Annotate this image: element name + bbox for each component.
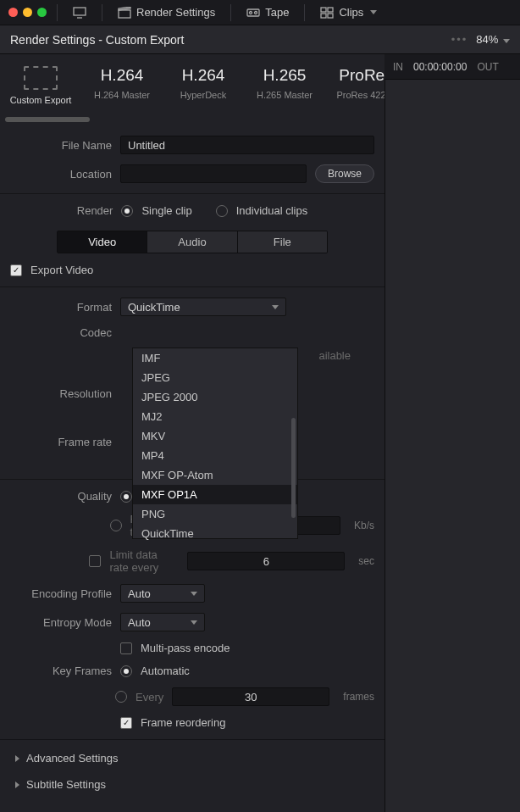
limit-rate-checkbox[interactable] <box>89 555 101 567</box>
individual-clips-radio[interactable] <box>216 205 228 217</box>
timecode-value[interactable]: 00:00:00:00 <box>413 61 467 73</box>
render-settings-button[interactable]: Render Settings <box>113 6 220 19</box>
in-label: IN <box>393 61 403 73</box>
preset-label: HyperDeck <box>180 90 226 100</box>
right-pane <box>384 80 520 812</box>
format-label: Format <box>10 301 112 314</box>
clips-icon <box>320 7 334 19</box>
single-clip-radio[interactable] <box>121 205 133 217</box>
preset-h265-master[interactable]: H.265 H.265 Master <box>244 66 325 105</box>
svg-rect-8 <box>321 14 326 18</box>
keyframes-auto-radio[interactable] <box>120 665 132 677</box>
format-option[interactable]: PNG <box>133 504 297 524</box>
preset-scrollbar[interactable] <box>5 117 90 122</box>
minimize-window-icon[interactable] <box>23 8 32 17</box>
divider <box>0 193 384 194</box>
quality-restrict-radio[interactable] <box>110 520 122 531</box>
preset-big: H.264 <box>101 66 144 85</box>
location-input[interactable] <box>120 164 307 183</box>
format-option[interactable]: MJ2 <box>133 407 297 426</box>
tape-button[interactable]: Tape <box>241 6 294 19</box>
divider <box>304 4 305 21</box>
panel-menu-button[interactable]: ••• <box>451 33 468 46</box>
monitor-icon <box>73 7 86 19</box>
settings-tabs: Video Audio File <box>57 231 328 253</box>
format-value: QuickTime <box>128 301 180 314</box>
frame-reorder-checkbox[interactable] <box>120 717 132 729</box>
filename-row: File Name <box>0 131 384 159</box>
subtitle-settings-section[interactable]: Subtitle Settings <box>0 771 384 798</box>
chevron-down-icon <box>503 39 510 43</box>
filename-input[interactable] <box>120 136 374 154</box>
codec-hint: ailable <box>318 349 351 362</box>
svg-rect-9 <box>328 14 333 18</box>
format-option[interactable]: MXF OP1A <box>133 485 297 504</box>
divider <box>0 286 384 287</box>
entropy-mode-select[interactable]: Auto <box>120 613 205 631</box>
divider <box>57 4 58 21</box>
preset-h264-master[interactable]: H.264 H.264 Master <box>81 66 163 105</box>
keyframes-every-label: Every <box>136 691 163 704</box>
subtitle-settings-label: Subtitle Settings <box>26 778 106 791</box>
maximize-window-icon[interactable] <box>37 8 47 17</box>
close-window-icon[interactable] <box>8 8 18 17</box>
preset-custom-export[interactable]: Custom Export <box>0 66 81 105</box>
preset-label: Custom Export <box>10 95 72 105</box>
tape-icon <box>246 7 260 19</box>
out-label: OUT <box>477 61 498 73</box>
tab-file[interactable]: File <box>237 231 327 253</box>
quality-auto-radio[interactable] <box>120 491 132 503</box>
format-option[interactable]: MXF OP-Atom <box>133 465 297 485</box>
multipass-row: Multi-pass encode <box>0 637 384 659</box>
codec-label: Codec <box>10 326 112 339</box>
keyframes-every-unit: frames <box>343 691 374 703</box>
limit-rate-label: Limit data rate every <box>109 548 179 574</box>
render-mode-row: Render Single clip Individual clips <box>0 199 384 222</box>
svg-rect-2 <box>119 10 130 18</box>
single-clip-label: Single clip <box>141 204 191 217</box>
format-dropdown[interactable]: IMFJPEGJPEG 2000MJ2MKVMP4MXF OP-AtomMXF … <box>132 348 298 539</box>
preset-hyperdeck[interactable]: H.264 HyperDeck <box>163 66 244 105</box>
tape-label: Tape <box>265 6 289 19</box>
preset-big: ProRes <box>339 66 384 85</box>
divider <box>0 739 384 740</box>
advanced-settings-section[interactable]: Advanced Settings <box>0 745 384 771</box>
divider <box>230 4 231 21</box>
tab-audio[interactable]: Audio <box>147 231 236 253</box>
frame-reorder-row: Frame reordering <box>0 711 384 734</box>
codec-row: Codec <box>0 321 384 344</box>
chevron-down-icon <box>191 592 197 596</box>
render-label: Render <box>77 204 113 217</box>
export-video-label: Export Video <box>30 264 93 276</box>
browse-button[interactable]: Browse <box>315 164 374 183</box>
framerate-label: Frame rate <box>10 436 112 448</box>
encoding-profile-select[interactable]: Auto <box>120 584 205 603</box>
keyframes-every-input[interactable] <box>172 687 329 706</box>
zoom-value[interactable]: 84% <box>476 33 510 46</box>
format-option[interactable]: JPEG <box>133 368 297 387</box>
multipass-checkbox[interactable] <box>120 642 132 654</box>
limit-rate-input[interactable] <box>187 552 345 570</box>
entropy-mode-row: Entropy Mode Auto <box>0 608 384 637</box>
clips-button[interactable]: Clips <box>315 6 382 19</box>
tab-video[interactable]: Video <box>58 231 147 253</box>
format-row: Format QuickTime <box>0 292 384 321</box>
monitor-button[interactable] <box>68 7 91 19</box>
format-option[interactable]: JPEG 2000 <box>133 387 297 407</box>
format-option[interactable]: MKV <box>133 426 297 446</box>
format-option[interactable]: QuickTime <box>133 524 297 543</box>
dropdown-scrollbar[interactable] <box>291 418 296 518</box>
preset-strip[interactable]: Custom Export H.264 H.264 Master H.264 H… <box>0 54 384 112</box>
keyframes-every-radio[interactable] <box>115 691 127 703</box>
preset-prores[interactable]: ProRes ProRes 422 H <box>325 66 384 105</box>
multipass-label: Multi-pass encode <box>141 642 230 654</box>
keyframes-auto-label: Automatic <box>141 665 190 677</box>
format-select[interactable]: QuickTime <box>120 298 286 316</box>
format-option[interactable]: IMF <box>133 348 297 368</box>
svg-rect-7 <box>328 8 333 12</box>
location-label: Location <box>10 168 112 181</box>
format-option[interactable]: MP4 <box>133 446 297 465</box>
quality-restrict-unit: Kb/s <box>354 520 374 531</box>
preset-label: ProRes 422 H <box>336 90 384 100</box>
export-video-checkbox[interactable] <box>10 264 22 276</box>
